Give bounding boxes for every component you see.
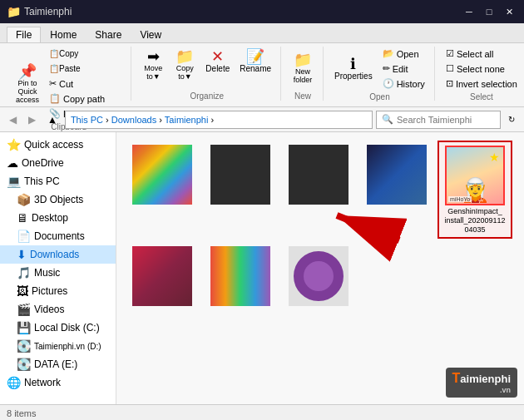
select-label: Select	[470, 91, 493, 101]
organize-buttons: ➡ Moveto▼ 📁 Copyto▼ ✕ Delete 📝 Rename	[138, 47, 275, 90]
3d-objects-icon: 📦	[17, 193, 31, 206]
sidebar-label-local-disk-c: Local Disk (C:)	[34, 322, 100, 334]
move-to-button[interactable]: ➡ Moveto▼	[138, 47, 168, 83]
file-thumbnail: ★ 🧝 miHoYo	[445, 146, 505, 205]
sidebar-item-this-pc[interactable]: 💻 This PC	[0, 172, 116, 190]
select-group: ☑ Select all ☐ Select none ⊡ Invert sele…	[437, 47, 524, 101]
taimienphi-link[interactable]: Taimienphi	[165, 115, 209, 125]
copy-to-icon: 📁	[175, 49, 194, 64]
sidebar-item-downloads[interactable]: ⬇ Downloads	[0, 245, 116, 264]
sidebar-item-videos[interactable]: 🎬 Videos	[0, 300, 116, 319]
sidebar-item-pictures[interactable]: 🖼 Pictures	[0, 282, 116, 300]
sidebar-label-quick-access: Quick access	[24, 139, 83, 151]
mihoyo-label: miHoYo	[448, 196, 472, 202]
paste-button[interactable]: 📋 Paste	[45, 62, 126, 76]
ribbon-content: 📌 Pin to Quickaccess 📋 Copy 📋 Paste ✂ Cu…	[0, 43, 524, 106]
sidebar-item-data-e[interactable]: 💽 DATA (E:)	[0, 355, 116, 373]
pin-to-quick-access-button[interactable]: 📌 Pin to Quickaccess	[12, 62, 43, 106]
this-pc-link[interactable]: This PC	[71, 115, 103, 125]
item-count: 8 items	[7, 408, 36, 418]
invert-selection-button[interactable]: ⊡ Invert selection	[442, 77, 522, 91]
copy-to-button[interactable]: 📁 Copyto▼	[170, 47, 200, 83]
open-label: Open	[397, 49, 419, 59]
genshin-file-item[interactable]: ★ 🧝 miHoYo GenshinImpact_install_2020091…	[437, 141, 512, 239]
sidebar-label-videos: Videos	[34, 304, 64, 315]
sidebar-item-onedrive[interactable]: ☁ OneDrive	[0, 154, 116, 172]
tab-view[interactable]: View	[131, 27, 171, 42]
copy-button[interactable]: 📋 Copy	[45, 47, 126, 61]
sidebar-label-3d-objects: 3D Objects	[34, 194, 83, 205]
search-box: 🔍	[376, 111, 501, 129]
file-item[interactable]	[203, 242, 278, 312]
sidebar-item-3d-objects[interactable]: 📦 3D Objects	[0, 190, 116, 209]
rename-button[interactable]: 📝 Rename	[235, 47, 275, 76]
file-item[interactable]	[281, 141, 356, 239]
sidebar-label-this-pc: This PC	[24, 175, 60, 187]
tab-share[interactable]: Share	[86, 27, 131, 42]
dark-thumb2	[289, 145, 349, 205]
back-button[interactable]: ◀	[5, 111, 21, 128]
copy-path-button[interactable]: 📋 Copy path	[45, 91, 126, 106]
sidebar-label-taimienphi-d: Taimienphi.vn (D:)	[34, 342, 101, 351]
tab-file[interactable]: File	[7, 27, 41, 42]
new-folder-button[interactable]: 📁 Newfolder	[288, 50, 318, 86]
refresh-button[interactable]: ↻	[504, 112, 519, 126]
select-none-button[interactable]: ☐ Select none	[442, 62, 522, 76]
invert-icon: ⊡	[446, 78, 453, 89]
file-item[interactable]	[281, 242, 356, 312]
properties-button[interactable]: ℹ Properties	[330, 54, 377, 83]
minimize-button[interactable]: ─	[461, 3, 477, 20]
file-item[interactable]	[125, 141, 200, 239]
sidebar-item-local-disk-c[interactable]: 💾 Local Disk (C:)	[0, 319, 116, 337]
sidebar-item-music[interactable]: 🎵 Music	[0, 264, 116, 282]
close-button[interactable]: ✕	[501, 3, 517, 20]
quick-access-icon: ⭐	[7, 138, 21, 151]
file-item[interactable]	[359, 141, 434, 239]
select-col: ☑ Select all ☐ Select none ⊡ Invert sele…	[442, 47, 522, 91]
sidebar-label-downloads: Downloads	[30, 249, 79, 260]
address-path[interactable]: This PC › Downloads › Taimienphi ›	[65, 111, 373, 129]
downloads-link[interactable]: Downloads	[111, 115, 156, 125]
onedrive-icon: ☁	[7, 156, 18, 170]
sidebar-item-taimienphi-d[interactable]: 💽 Taimienphi.vn (D:)	[0, 337, 116, 355]
cut-button[interactable]: ✂ Cut	[45, 77, 126, 91]
watermark-t-letter: T	[452, 371, 461, 385]
delete-button[interactable]: ✕ Delete	[201, 47, 234, 76]
sidebar-label-network: Network	[24, 377, 61, 388]
open-col: 📂 Open ✏ Edit 🕐 History	[378, 47, 429, 91]
edit-button[interactable]: ✏ Edit	[378, 62, 429, 76]
file-item[interactable]	[125, 242, 200, 312]
history-button[interactable]: 🕐 History	[378, 77, 429, 91]
downloads-icon: ⬇	[17, 248, 27, 261]
up-button[interactable]: ▲	[43, 111, 62, 128]
sidebar-item-network[interactable]: 🌐 Network	[0, 373, 116, 392]
sidebar-label-onedrive: OneDrive	[22, 157, 64, 169]
sidebar-item-desktop[interactable]: 🖥 Desktop	[0, 209, 116, 227]
edit-icon: ✏	[383, 63, 390, 74]
watermark-text: Taimienphi	[452, 371, 511, 386]
sidebar-item-quick-access[interactable]: ⭐ Quick access	[0, 136, 116, 154]
forward-button[interactable]: ▶	[24, 111, 40, 128]
window-controls: ─ □ ✕	[461, 3, 517, 20]
tab-home[interactable]: Home	[41, 27, 86, 42]
new-label: New	[294, 90, 311, 101]
title-bar: 📁 Taimienphi ─ □ ✕	[0, 0, 524, 23]
select-all-button[interactable]: ☑ Select all	[442, 47, 522, 61]
clipboard-group: 📌 Pin to Quickaccess 📋 Copy 📋 Paste ✂ Cu…	[7, 47, 131, 101]
ribbon: File Home Share View 📌 Pin to Quickacces…	[0, 23, 524, 107]
watermark-sub: .vn	[452, 386, 511, 394]
open-button[interactable]: 📂 Open	[378, 47, 429, 61]
file-item[interactable]	[203, 141, 278, 239]
videos-icon: 🎬	[17, 303, 31, 316]
file-grid: ★ 🧝 miHoYo GenshinImpact_install_2020091…	[116, 132, 524, 320]
dark-thumb	[210, 145, 270, 205]
invert-label: Invert selection	[456, 79, 517, 89]
organize-label: Organize	[190, 90, 224, 101]
maximize-button[interactable]: □	[481, 3, 497, 20]
sidebar-item-documents[interactable]: 📄 Documents	[0, 227, 116, 245]
main-area: ⭐ Quick access ☁ OneDrive 💻 This PC 📦 3D…	[0, 132, 524, 404]
open-icon: 📂	[383, 48, 394, 59]
ribbon-tabs: File Home Share View	[0, 23, 524, 43]
search-input[interactable]	[397, 115, 488, 125]
folder-icon-yellow: 📁	[7, 5, 21, 18]
